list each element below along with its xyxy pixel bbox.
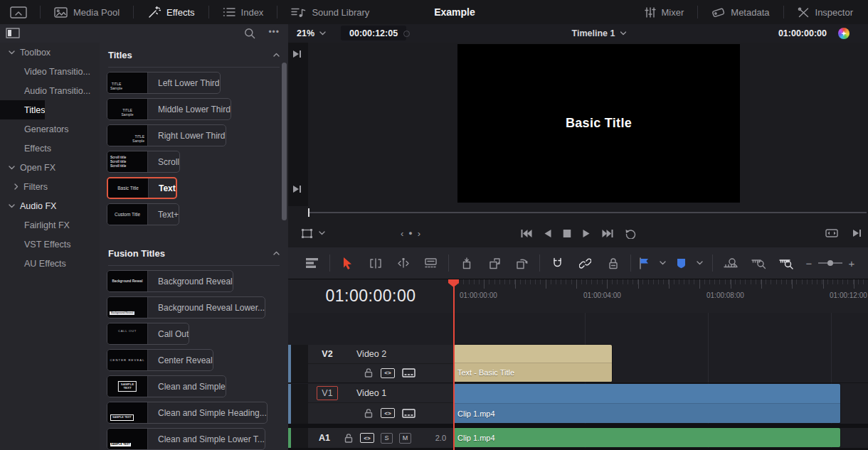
go-to-first-frame-button[interactable] [520, 229, 532, 238]
title-item[interactable]: SAMPLE TEXT Clean and Simple Lower T... [107, 428, 265, 450]
custom-zoom-button[interactable] [772, 252, 800, 274]
dynamic-trim-mode-button[interactable] [389, 252, 417, 274]
track-lock-button[interactable] [364, 409, 374, 418]
timeline-extra-button[interactable] [865, 252, 868, 274]
panel-toggle-button[interactable] [6, 28, 20, 38]
jog-dot-icon[interactable]: ● [408, 230, 412, 237]
sidebar-item[interactable]: AU Effects [0, 254, 66, 273]
effects-tab[interactable]: Effects [137, 0, 206, 24]
viewer-scrubber[interactable] [288, 206, 868, 219]
replace-clip-button[interactable] [508, 252, 536, 274]
zoom-slider-handle[interactable] [827, 260, 833, 266]
title-item[interactable]: Background Reveal Background Reveal [107, 270, 233, 292]
viewer-overlay-mode-button[interactable] [301, 228, 313, 239]
match-frame-button[interactable] [852, 229, 862, 237]
overwrite-clip-button[interactable] [480, 252, 508, 274]
track-a1-destination-button[interactable]: A1 [314, 433, 335, 443]
metadata-tab[interactable]: Metadata [701, 0, 780, 24]
detail-zoom-button[interactable] [744, 252, 772, 274]
track-v2-destination-button[interactable]: V2 [317, 349, 338, 359]
marker-button[interactable] [672, 252, 690, 274]
title-item[interactable]: Basic Title Text [107, 177, 177, 199]
title-item[interactable]: CENTER REVEAL Center Reveal [107, 349, 213, 371]
sidebar-item[interactable]: VST Effects [0, 235, 71, 254]
viewer-zoom-select[interactable]: 21% [297, 24, 326, 43]
resolve-color-icon[interactable] [838, 28, 850, 39]
marker-dropdown-button[interactable] [690, 252, 709, 274]
track-v1-name[interactable]: Video 1 [356, 388, 386, 398]
fusion-titles-section-header[interactable]: Fusion Titles [108, 241, 280, 266]
selection-mode-button[interactable] [334, 252, 361, 274]
clip-text-basic-title[interactable]: Text - Basic Title [454, 345, 612, 382]
sidebar-item[interactable]: Titles [0, 100, 45, 119]
inspector-tab[interactable]: Inspector [787, 0, 864, 24]
track-auto-select-button[interactable] [381, 408, 395, 418]
playhead-line[interactable] [453, 280, 455, 450]
track-a1-header[interactable]: A1 S M 2.0 [308, 428, 453, 448]
title-item[interactable]: Custom Title Text+ [107, 203, 179, 225]
title-item[interactable]: TITLE Sample Middle Lower Third [107, 98, 231, 120]
sidebar-item[interactable]: Video Transitio... [0, 62, 90, 81]
sidebar-group-audiofx[interactable]: Audio FX [0, 196, 100, 215]
sidebar-group-toolbox[interactable]: Toolbox [0, 43, 100, 62]
position-lock-button[interactable] [599, 252, 627, 274]
clip-1-mp4-video[interactable]: Clip 1.mp4 [454, 384, 840, 423]
title-item[interactable]: Scroll title Scroll title Scroll title S… [107, 151, 180, 173]
mixer-tab[interactable]: Mixer [634, 0, 695, 24]
zoom-slider[interactable] [818, 252, 842, 274]
loop-playback-button[interactable] [625, 228, 636, 239]
timeline-view-options-button[interactable] [298, 252, 326, 274]
scrubber-playhead[interactable] [308, 208, 309, 217]
track-v1-destination-button[interactable]: V1 [317, 386, 338, 400]
sidebar-item[interactable]: Effects [0, 139, 51, 158]
video-frame[interactable]: Basic Title [457, 44, 740, 203]
jog-controls[interactable]: ‹ ● › [401, 219, 420, 247]
title-item[interactable]: TITLE Sample Left Lower Third [107, 72, 221, 94]
track-v2-header[interactable]: V2 Video 2 [308, 345, 453, 382]
track-lock-button[interactable] [364, 368, 374, 377]
clip-1-mp4-audio[interactable]: Clip 1.mp4 [454, 428, 840, 447]
blade-edit-mode-button[interactable] [417, 252, 445, 274]
index-tab[interactable]: Index [212, 0, 275, 24]
title-item[interactable]: SAMPLE TEXT Clean and Simple [107, 375, 226, 397]
track-mute-button[interactable]: M [399, 433, 411, 444]
zoom-out-button[interactable]: − [800, 252, 818, 274]
search-button[interactable] [244, 28, 255, 39]
expand-panel-bottom-button[interactable] [292, 185, 302, 193]
zoom-in-button[interactable]: + [842, 252, 861, 274]
track-thumbnail-view-button[interactable] [402, 368, 416, 377]
sidebar-group-openfx[interactable]: Open FX [0, 158, 100, 177]
play-forward-button[interactable] [582, 229, 590, 238]
track-auto-select-button[interactable] [360, 433, 374, 443]
play-reverse-button[interactable] [544, 229, 551, 238]
title-item[interactable]: SAMPLE TEXT Clean and Simple Heading... [107, 402, 268, 424]
track-v1-header[interactable]: V1 Video 1 [308, 384, 453, 424]
sidebar-item[interactable]: Filters [0, 177, 48, 196]
title-item[interactable]: TITLE Sample Right Lower Third [107, 124, 226, 146]
timeline-ruler[interactable]: 01:00:00:00 01:00:00:0001:00:04:0001:00:… [288, 279, 868, 314]
project-manager-button[interactable] [0, 0, 37, 24]
panel-scrollbar-thumb[interactable] [282, 63, 287, 220]
panel-options-button[interactable]: ••• [268, 27, 280, 37]
scrubber-track[interactable] [308, 212, 867, 213]
expand-panel-top-button[interactable] [292, 50, 302, 58]
trim-edit-mode-button[interactable] [361, 252, 389, 274]
track-v2-name[interactable]: Video 2 [356, 349, 386, 359]
linked-selection-button[interactable] [571, 252, 599, 274]
sidebar-item[interactable]: Generators [0, 119, 69, 139]
flag-dropdown-button[interactable] [653, 252, 672, 274]
sidebar-item[interactable]: Audio Transitio... [0, 81, 90, 100]
loop-region-button[interactable] [825, 229, 838, 237]
ruler-ticks[interactable]: 01:00:00:0001:00:04:0001:00:08:0001:00:1… [453, 279, 868, 313]
jog-next-icon[interactable]: › [418, 228, 420, 239]
sidebar-item[interactable]: Fairlight FX [0, 215, 70, 235]
title-item[interactable]: CALL OUT Call Out [107, 323, 189, 345]
media-pool-tab[interactable]: Media Pool [43, 0, 130, 24]
timeline-selector[interactable]: Timeline 1 [572, 24, 627, 43]
track-thumbnail-view-button[interactable] [402, 409, 416, 418]
stop-button[interactable] [563, 230, 571, 237]
flag-button[interactable] [635, 252, 653, 274]
sound-library-tab[interactable]: Sound Library [280, 0, 380, 24]
go-to-last-frame-button[interactable] [601, 229, 613, 238]
track-auto-select-button[interactable] [381, 368, 395, 378]
